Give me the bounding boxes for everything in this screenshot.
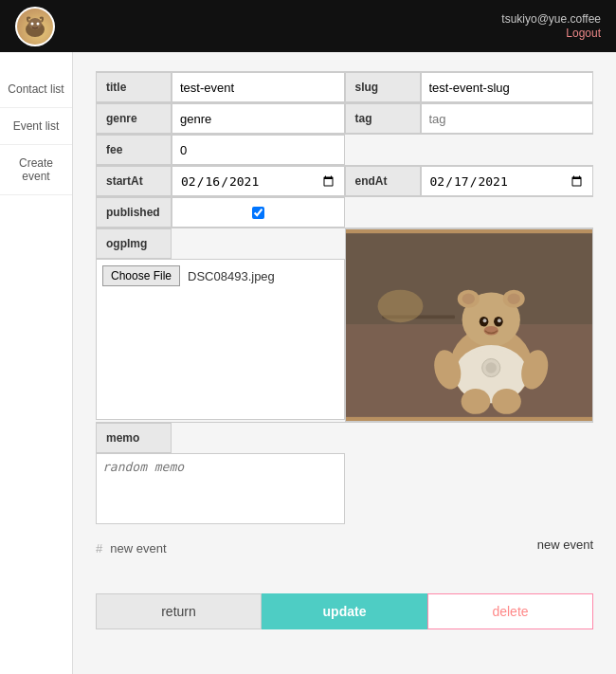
startAt-label: startAt bbox=[96, 166, 172, 196]
teddy-image bbox=[346, 229, 593, 421]
svg-point-3 bbox=[37, 22, 40, 25]
ogpImg-label: ogpImg bbox=[96, 228, 172, 259]
genre-value bbox=[172, 103, 345, 134]
genre-label: genre bbox=[96, 103, 172, 134]
memo-right-empty bbox=[345, 423, 594, 524]
tag-input[interactable] bbox=[429, 112, 586, 126]
user-email: tsukiyo@yue.coffee bbox=[501, 12, 601, 26]
endAt-label: endAt bbox=[345, 166, 421, 196]
slug-value bbox=[421, 72, 594, 102]
update-button[interactable]: update bbox=[262, 593, 427, 629]
title-label: title bbox=[96, 72, 172, 102]
published-value bbox=[172, 197, 345, 228]
sidebar-item-contact-list[interactable]: Contact list bbox=[0, 71, 72, 108]
memo-label: memo bbox=[96, 423, 172, 453]
sidebar: Contact list Event list Create event bbox=[0, 52, 73, 674]
sidebar-item-create-event[interactable]: Create event bbox=[0, 145, 72, 195]
ogp-file-area: Choose File DSC08493.jpeg bbox=[96, 259, 345, 420]
event-footer-row: # new event new event bbox=[96, 534, 593, 556]
endAt-input[interactable] bbox=[429, 173, 586, 190]
svg-point-1 bbox=[28, 18, 42, 29]
layout: Contact list Event list Create event tit… bbox=[0, 52, 616, 674]
title-slug-row: title slug bbox=[96, 71, 593, 102]
startAt-value bbox=[172, 166, 345, 196]
memo-left: memo bbox=[96, 423, 345, 524]
event-title-left: # new event bbox=[96, 541, 167, 556]
delete-button[interactable]: delete bbox=[427, 593, 593, 629]
svg-point-26 bbox=[485, 362, 496, 373]
tag-field-row: tag bbox=[345, 103, 594, 134]
published-checkbox[interactable] bbox=[180, 207, 336, 219]
ogp-filename: DSC08493.jpeg bbox=[188, 269, 275, 283]
svg-point-23 bbox=[461, 389, 490, 414]
endAt-value bbox=[421, 166, 594, 196]
genre-tag-row: genre tag bbox=[96, 102, 593, 134]
header: tsukiyo@yue.coffee Logout bbox=[0, 0, 616, 52]
file-input-row: Choose File DSC08493.jpeg bbox=[102, 265, 338, 286]
endAt-field-row: endAt bbox=[345, 166, 594, 196]
svg-point-18 bbox=[497, 319, 500, 322]
event-new-right: new event bbox=[537, 537, 593, 552]
memo-row: memo bbox=[96, 422, 593, 524]
logout-link[interactable]: Logout bbox=[566, 27, 601, 40]
svg-point-2 bbox=[31, 22, 34, 25]
choose-file-button[interactable]: Choose File bbox=[102, 265, 180, 286]
bottom-buttons: return update delete bbox=[96, 593, 593, 629]
tag-value bbox=[421, 103, 594, 134]
ogp-image-container bbox=[345, 228, 594, 422]
header-right: tsukiyo@yue.coffee Logout bbox=[501, 12, 601, 40]
fee-row: fee bbox=[96, 134, 593, 165]
logo-image bbox=[17, 9, 53, 45]
fee-field-row: fee bbox=[96, 135, 345, 165]
svg-point-13 bbox=[462, 293, 474, 303]
title-value bbox=[172, 72, 345, 102]
ogp-row: ogpImg Choose File DSC08493.jpeg bbox=[96, 228, 593, 422]
title-field-row: title bbox=[96, 72, 345, 102]
logo-circle bbox=[15, 7, 55, 46]
startAt-field-row: startAt bbox=[96, 166, 345, 196]
svg-point-8 bbox=[377, 290, 423, 322]
dates-row: startAt endAt bbox=[96, 165, 593, 196]
event-new-label: new event bbox=[110, 541, 166, 556]
svg-point-24 bbox=[492, 389, 521, 414]
logo bbox=[15, 7, 55, 46]
tag-label: tag bbox=[345, 103, 421, 134]
memo-textarea[interactable] bbox=[102, 460, 338, 515]
main-content: title slug genre tag bbox=[73, 52, 616, 674]
title-input[interactable] bbox=[180, 81, 336, 95]
svg-point-17 bbox=[482, 319, 486, 322]
published-field-row: published bbox=[96, 197, 345, 228]
fee-input[interactable] bbox=[180, 143, 336, 157]
sidebar-item-event-list[interactable]: Event list bbox=[0, 108, 72, 145]
startAt-input[interactable] bbox=[180, 173, 336, 190]
fee-label: fee bbox=[96, 135, 172, 165]
published-row: published bbox=[96, 196, 593, 228]
return-button[interactable]: return bbox=[96, 593, 262, 629]
genre-field-row: genre bbox=[96, 103, 345, 134]
slug-label: slug bbox=[345, 72, 421, 102]
event-hash: # bbox=[96, 541, 102, 556]
ogp-left: ogpImg Choose File DSC08493.jpeg bbox=[96, 228, 345, 422]
slug-field-row: slug bbox=[345, 72, 594, 102]
fee-value bbox=[172, 135, 345, 165]
genre-input[interactable] bbox=[180, 112, 336, 126]
published-label: published bbox=[96, 197, 172, 228]
slug-input[interactable] bbox=[429, 81, 586, 95]
svg-point-14 bbox=[507, 293, 519, 303]
memo-input-area bbox=[96, 453, 345, 524]
